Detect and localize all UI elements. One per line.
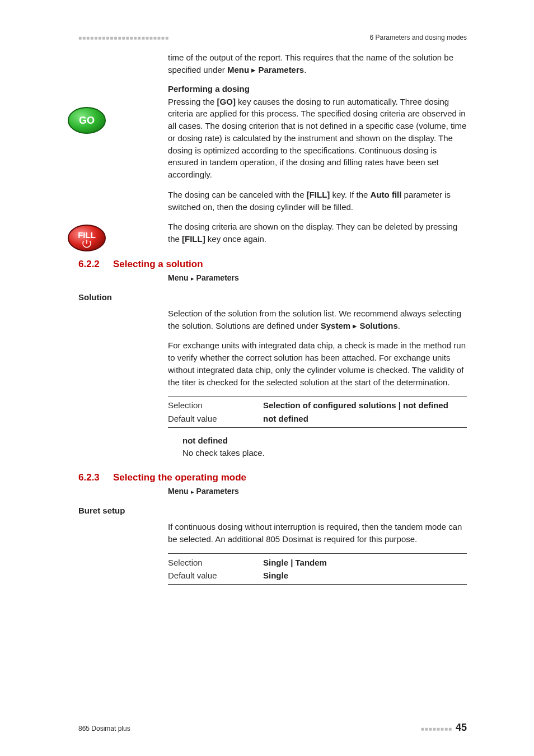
sec622-p2: For exchange units with integrated data … (168, 339, 467, 388)
row-label: Default value (168, 412, 263, 425)
footer-product: 865 Dosimat plus (78, 725, 130, 732)
row-value: Selection of configured solutions | not … (263, 399, 448, 412)
row-label: Selection (168, 556, 263, 569)
perform-p2: The dosing can be canceled with the [FIL… (168, 189, 467, 213)
sec623-p1: If continuous dosing without interruptio… (168, 521, 467, 545)
perform-p1: Pressing the [GO] key causes the dosing … (168, 96, 467, 181)
header-chapter: 6 Parameters and dosing modes (370, 34, 467, 41)
param-table-623: Selection Single | Tandem Default value … (168, 553, 467, 585)
sec622-p1: Selection of the solution from the solut… (168, 307, 467, 332)
row-value: Single | Tandem (263, 556, 327, 569)
field-buret-setup: Buret setup (78, 506, 467, 515)
definition-not-defined: not defined No check takes place. (182, 435, 467, 459)
field-solution: Solution (78, 292, 467, 302)
row-value: Single (263, 569, 288, 582)
footer-page: ■■■■■■■■45 (421, 722, 467, 734)
heading-6-2-2: 6.2.2Selecting a solution (78, 259, 467, 270)
breadcrumb-622: MenuParameters (168, 273, 467, 282)
performing-heading: Performing a dosing (168, 84, 467, 94)
param-table-622: Selection Selection of configured soluti… (168, 396, 467, 428)
row-value: not defined (263, 412, 308, 425)
breadcrumb-623: MenuParameters (168, 487, 467, 496)
perform-p3: The dosing criteria are shown on the dis… (168, 221, 467, 245)
intro-paragraph: time of the output of the report. This r… (168, 52, 467, 76)
go-icon: GO (67, 106, 134, 134)
fill-icon: FILL (67, 224, 134, 252)
svg-text:GO: GO (79, 115, 95, 126)
svg-text:FILL: FILL (78, 230, 96, 240)
heading-6-2-3: 6.2.3Selecting the operating mode (78, 472, 467, 483)
row-label: Default value (168, 569, 263, 582)
header-dots: ■■■■■■■■■■■■■■■■■■■■■■■ (78, 35, 169, 41)
row-label: Selection (168, 399, 263, 412)
